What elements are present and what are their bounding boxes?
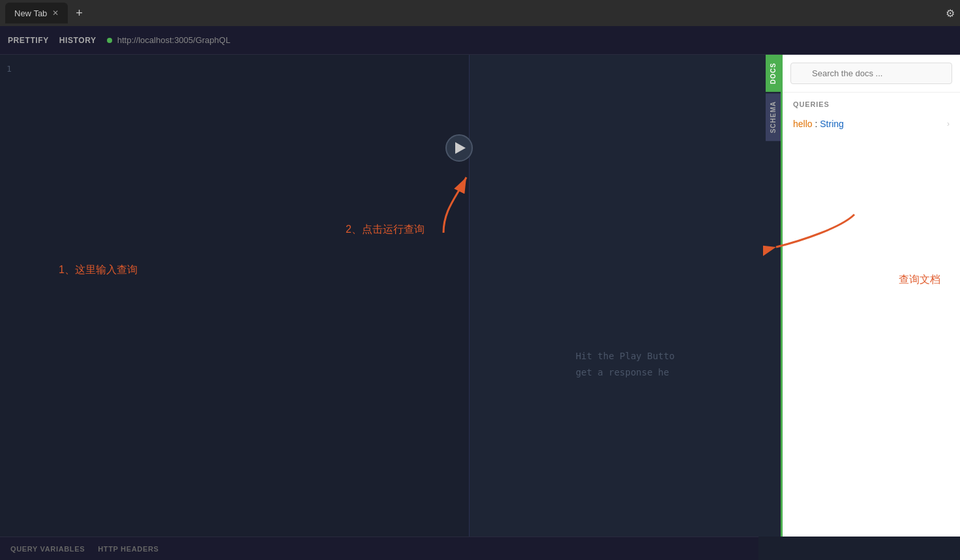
query-variables-button[interactable]: QUERY VARIABLES: [10, 545, 85, 553]
url-value: http://localhost:3005/GraphQL: [117, 35, 230, 45]
url-bar: http://localhost:3005/GraphQL: [107, 35, 230, 45]
docs-search-area: 🔍: [783, 55, 960, 93]
query-item-hello[interactable]: hello : String ›: [783, 113, 960, 134]
query-type: String: [820, 119, 844, 129]
tab-close-button[interactable]: ✕: [52, 8, 59, 18]
browser-tab[interactable]: New Tab ✕: [5, 3, 68, 23]
docs-tab[interactable]: DOCS: [766, 55, 781, 92]
settings-icon[interactable]: ⚙: [946, 7, 955, 20]
sidebar-tabs: DOCS SCHEMA: [766, 55, 781, 141]
query-item-content: hello : String: [793, 119, 844, 129]
annotation-run: 2、点击运行查询: [346, 223, 425, 237]
query-separator: :: [815, 119, 817, 129]
docs-annotation: 查询文档: [899, 273, 940, 287]
search-wrapper: 🔍: [790, 63, 952, 84]
result-pane: 3、展示查询结果 Hit the Play Butto get a respon…: [470, 55, 781, 537]
bottom-toolbar: QUERY VARIABLES HTTP HEADERS: [0, 537, 758, 560]
browser-chrome: New Tab ✕ + ⚙: [0, 0, 960, 26]
annotation-input: 1、这里输入查询: [59, 263, 138, 277]
line-numbers: 1: [7, 63, 12, 76]
history-button[interactable]: HISTORY: [59, 33, 97, 48]
main-area: 1 1、这里输入查询 2、点击运行查询 3、展示查询结果 Hit the Pla…: [0, 55, 960, 537]
url-status-dot: [107, 38, 112, 43]
docs-sidebar: 🔍 QUERIES hello : String › 查询文档: [781, 55, 960, 537]
tab-label: New Tab: [14, 8, 47, 18]
new-tab-button[interactable]: +: [70, 4, 88, 23]
query-name: hello: [793, 119, 813, 129]
toolbar: PRETTIFY HISTORY http://localhost:3005/G…: [0, 26, 960, 55]
result-hint: Hit the Play Butto get a response he: [576, 348, 675, 381]
schema-tab[interactable]: SCHEMA: [766, 93, 781, 141]
editor-pane[interactable]: 1 1、这里输入查询 2、点击运行查询: [0, 55, 470, 537]
queries-section-label: QUERIES: [783, 93, 960, 113]
docs-search-input[interactable]: [790, 63, 952, 84]
http-headers-button[interactable]: HTTP HEADERS: [98, 545, 158, 553]
query-arrow-icon: ›: [947, 119, 950, 128]
prettify-button[interactable]: PRETTIFY: [8, 33, 49, 48]
play-button[interactable]: [445, 134, 473, 162]
